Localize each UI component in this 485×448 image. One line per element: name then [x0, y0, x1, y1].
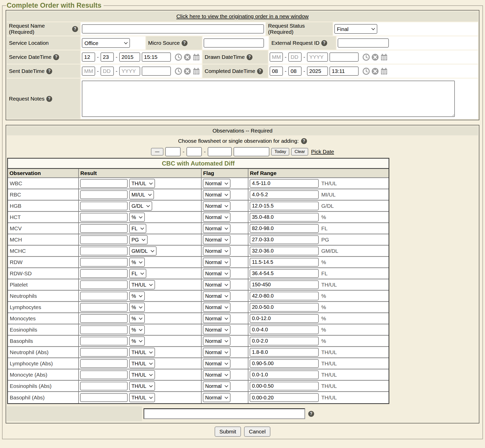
- clear-datetime-icon[interactable]: [371, 67, 379, 75]
- flag-select[interactable]: Normal: [203, 314, 230, 323]
- ref-range-input[interactable]: [250, 325, 319, 334]
- drawn-time-input[interactable]: [329, 52, 359, 62]
- ref-range-input[interactable]: [250, 359, 319, 368]
- result-input[interactable]: [80, 179, 128, 188]
- result-unit-select[interactable]: MI/UL: [129, 190, 154, 199]
- flag-select[interactable]: Normal: [203, 201, 230, 211]
- flag-select[interactable]: Normal: [203, 348, 230, 357]
- sent-year-input[interactable]: [119, 67, 140, 76]
- service-year-input[interactable]: [119, 52, 140, 62]
- sent-day-input[interactable]: [101, 67, 114, 76]
- result-unit-select[interactable]: PG: [129, 235, 148, 244]
- result-unit-select[interactable]: %: [129, 213, 145, 222]
- micro-source-input[interactable]: [204, 38, 264, 48]
- calendar-icon[interactable]: [192, 67, 200, 75]
- help-icon[interactable]: ?: [247, 54, 252, 60]
- result-input[interactable]: [80, 325, 128, 334]
- ref-range-input[interactable]: [250, 393, 319, 402]
- sent-time-input[interactable]: [142, 67, 171, 76]
- today-button[interactable]: Today: [271, 148, 289, 156]
- completed-year-input[interactable]: [307, 67, 328, 76]
- drawn-month-input[interactable]: [270, 52, 283, 62]
- ref-range-input[interactable]: [250, 280, 319, 289]
- ref-range-input[interactable]: [250, 190, 319, 199]
- result-unit-select[interactable]: TH/UL: [129, 348, 155, 357]
- ref-range-input[interactable]: [250, 370, 319, 379]
- ref-range-input[interactable]: [250, 314, 319, 323]
- obs-date-month-input[interactable]: [165, 147, 181, 156]
- flag-select[interactable]: Normal: [203, 381, 230, 391]
- result-unit-select[interactable]: %: [129, 325, 145, 334]
- result-input[interactable]: [80, 393, 128, 402]
- ref-range-input[interactable]: [250, 292, 319, 300]
- observation-add-input[interactable]: [144, 408, 305, 419]
- result-input[interactable]: [80, 292, 128, 300]
- result-unit-select[interactable]: %: [129, 258, 145, 267]
- ref-range-input[interactable]: [250, 382, 319, 390]
- result-unit-select[interactable]: TH/UL: [129, 381, 155, 391]
- ref-range-input[interactable]: [250, 247, 319, 255]
- help-icon[interactable]: ?: [182, 40, 188, 46]
- help-icon[interactable]: ?: [53, 54, 59, 60]
- time-picker-icon[interactable]: [362, 53, 370, 61]
- external-request-id-input[interactable]: [338, 38, 389, 48]
- flag-select[interactable]: Normal: [203, 190, 230, 199]
- result-input[interactable]: [80, 224, 128, 233]
- flag-select[interactable]: Normal: [203, 359, 230, 368]
- drawn-year-input[interactable]: [307, 52, 328, 62]
- result-input[interactable]: [80, 348, 128, 357]
- calendar-icon[interactable]: [380, 67, 388, 75]
- ref-range-input[interactable]: [250, 258, 319, 267]
- result-unit-select[interactable]: FL: [129, 269, 146, 278]
- result-unit-select[interactable]: %: [129, 336, 145, 346]
- help-icon[interactable]: ?: [321, 40, 327, 46]
- help-icon[interactable]: ?: [257, 68, 263, 74]
- flag-select[interactable]: Normal: [203, 235, 230, 244]
- result-unit-select[interactable]: %: [129, 291, 145, 301]
- flag-select[interactable]: Normal: [203, 179, 230, 188]
- result-input[interactable]: [80, 280, 128, 289]
- result-input[interactable]: [80, 382, 128, 390]
- drawn-day-input[interactable]: [288, 52, 302, 62]
- flag-select[interactable]: Normal: [203, 224, 230, 233]
- service-location-select[interactable]: Office: [82, 38, 130, 48]
- clear-datetime-icon[interactable]: [371, 53, 379, 61]
- flag-select[interactable]: Normal: [203, 336, 230, 346]
- cancel-button[interactable]: Cancel: [244, 427, 270, 437]
- result-input[interactable]: [80, 258, 128, 267]
- result-unit-select[interactable]: TH/UL: [129, 179, 155, 188]
- flag-select[interactable]: Normal: [203, 325, 230, 334]
- result-unit-select[interactable]: %: [129, 314, 145, 323]
- calendar-icon[interactable]: [380, 53, 388, 61]
- submit-button[interactable]: Submit: [215, 427, 241, 437]
- result-unit-select[interactable]: TH/UL: [129, 359, 155, 368]
- help-icon[interactable]: ?: [72, 26, 78, 32]
- result-input[interactable]: [80, 190, 128, 199]
- flag-select[interactable]: Normal: [203, 291, 230, 301]
- flag-select[interactable]: Normal: [203, 370, 230, 379]
- ref-range-input[interactable]: [250, 179, 319, 188]
- result-input[interactable]: [80, 337, 128, 345]
- request-name-input[interactable]: [82, 24, 264, 34]
- ref-range-input[interactable]: [250, 303, 319, 312]
- service-time-input[interactable]: [142, 52, 171, 62]
- result-input[interactable]: [80, 235, 128, 244]
- obs-date-year-input[interactable]: [208, 147, 232, 156]
- collapse-button[interactable]: —: [151, 148, 163, 156]
- result-unit-select[interactable]: %: [129, 303, 145, 312]
- flag-select[interactable]: Normal: [203, 213, 230, 222]
- request-notes-textarea[interactable]: [82, 81, 455, 117]
- sent-month-input[interactable]: [82, 67, 95, 76]
- flag-select[interactable]: Normal: [203, 303, 230, 312]
- result-unit-select[interactable]: GM/DL: [129, 246, 157, 256]
- obs-date-day-input[interactable]: [186, 147, 202, 156]
- ref-range-input[interactable]: [250, 213, 319, 222]
- clear-datetime-icon[interactable]: [183, 67, 191, 75]
- ref-range-input[interactable]: [250, 202, 319, 210]
- result-input[interactable]: [80, 202, 128, 210]
- help-icon[interactable]: ?: [46, 68, 52, 74]
- result-input[interactable]: [80, 213, 128, 222]
- result-unit-select[interactable]: TH/UL: [129, 280, 155, 289]
- result-unit-select[interactable]: FL: [129, 224, 146, 233]
- request-status-select[interactable]: Final: [334, 24, 377, 34]
